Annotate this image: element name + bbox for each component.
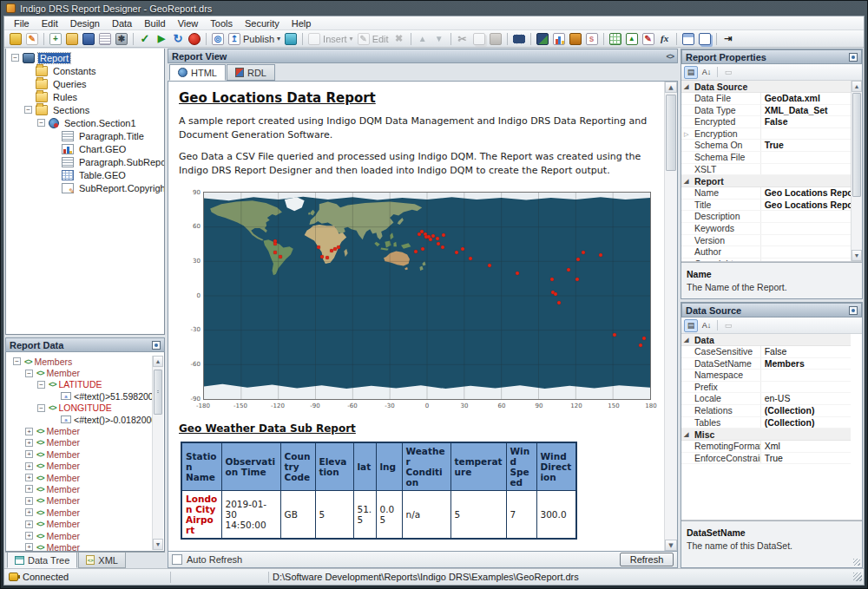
tree-item-chart-geo[interactable]: Chart.GEO xyxy=(6,142,164,155)
publish-button[interactable]: Publish▾ xyxy=(227,32,282,46)
expander-icon[interactable]: + xyxy=(25,439,33,447)
xml-node-member[interactable]: +<>Member xyxy=(6,461,164,472)
property-row-locale[interactable]: Localeen-US xyxy=(681,393,851,405)
paste-button[interactable] xyxy=(488,32,503,46)
property-row-name[interactable]: NameGeo Locations Report xyxy=(681,187,851,200)
xml-node-member[interactable]: +<>Member xyxy=(6,425,164,436)
refresh-button[interactable] xyxy=(170,32,186,46)
xml-node-member[interactable]: +<>Member xyxy=(6,530,164,541)
property-row-schema-on[interactable]: Schema OnTrue xyxy=(681,140,851,152)
edit-report-button[interactable] xyxy=(24,32,40,46)
validate-button[interactable] xyxy=(137,32,153,46)
tab-html[interactable]: HTML xyxy=(169,64,226,81)
expander-icon[interactable]: + xyxy=(25,520,33,528)
auto-refresh-checkbox[interactable] xyxy=(172,554,182,565)
print-preview-button[interactable] xyxy=(210,32,226,46)
refresh-button[interactable]: Refresh xyxy=(620,553,674,566)
menu-design[interactable]: Design xyxy=(64,17,106,29)
xml-node-member[interactable]: +<>Member xyxy=(6,483,164,494)
property-pages-icon[interactable]: ▭ xyxy=(721,319,735,332)
scroll-up-icon[interactable]: ▲ xyxy=(665,82,677,93)
expander-icon[interactable] xyxy=(24,67,32,75)
xml-node-member[interactable]: +<>Member xyxy=(6,437,164,448)
menu-view[interactable]: View xyxy=(172,17,205,29)
categorized-icon[interactable]: ▤ xyxy=(684,319,698,332)
property-row-casesensitive[interactable]: CaseSensitiveFalse xyxy=(681,346,851,358)
sort-az-icon[interactable]: A↓ xyxy=(700,319,713,332)
edit-script-button[interactable] xyxy=(641,32,656,46)
property-row-encrypted[interactable]: EncryptedFalse xyxy=(681,116,851,128)
run-button[interactable] xyxy=(154,32,169,46)
collapse-panel-icon[interactable]: <> xyxy=(666,52,674,61)
title-bar[interactable]: Indigo DRS Report Designer - GeoReport.d… xyxy=(1,1,867,16)
functions-button[interactable] xyxy=(657,32,673,46)
tree-item-report[interactable]: −Report xyxy=(6,51,164,64)
menu-data[interactable]: Data xyxy=(106,17,138,29)
xml-node-text[interactable]: a<#text()>-0.0182000 xyxy=(6,414,164,425)
menu-tools[interactable]: Tools xyxy=(204,17,239,29)
property-row-datasetname[interactable]: DataSetNameMembers xyxy=(681,358,851,370)
move-down-button[interactable] xyxy=(431,32,447,46)
property-row-enforceconstraints[interactable]: EnforceConstraintsTrue xyxy=(681,453,851,465)
property-category[interactable]: Misc xyxy=(681,429,851,441)
property-row-copyright[interactable]: Copyright xyxy=(681,259,851,261)
expander-icon[interactable] xyxy=(50,171,58,179)
report-view-scrollbar[interactable]: ▲ ▼ xyxy=(664,82,677,551)
tree-item-subreport-copyright[interactable]: SubReport.Copyright xyxy=(6,181,164,194)
property-row-encryption[interactable]: ▷Encryption xyxy=(681,128,851,141)
copy-button[interactable] xyxy=(471,32,487,46)
tab-rdl[interactable]: RDL xyxy=(227,64,275,81)
scroll-down-icon[interactable]: ▼ xyxy=(665,540,677,551)
expander-icon[interactable] xyxy=(49,392,57,400)
export-report-button[interactable] xyxy=(283,32,299,46)
xml-node-latitude[interactable]: −<>LATITUDE xyxy=(6,379,164,390)
expander-icon[interactable]: − xyxy=(25,370,33,377)
menu-file[interactable]: File xyxy=(8,17,36,29)
xml-node-member[interactable]: +<>Member xyxy=(6,472,164,483)
scroll-up-icon[interactable]: ▲ xyxy=(852,81,862,92)
cut-button[interactable] xyxy=(455,32,470,46)
expander-icon[interactable]: + xyxy=(25,428,33,435)
new-document-button[interactable] xyxy=(48,32,63,46)
expander-icon[interactable] xyxy=(50,132,58,140)
tree-item-queries[interactable]: Queries xyxy=(6,77,164,90)
property-row-version[interactable]: Version xyxy=(681,235,851,247)
insert-item-button[interactable]: Insert▾ xyxy=(306,32,355,46)
tree-item-paragraph-title[interactable]: Paragraph.Title xyxy=(6,129,164,142)
map-viewer-button[interactable] xyxy=(535,32,550,46)
tree-item-sections[interactable]: −Sections xyxy=(6,103,164,116)
scroll-down-icon[interactable]: ▼ xyxy=(153,539,163,550)
save-button[interactable] xyxy=(81,32,96,46)
scroll-thumb[interactable] xyxy=(154,370,162,415)
property-row-namespace[interactable]: Namespace xyxy=(681,370,851,382)
expander-icon[interactable]: + xyxy=(25,532,33,540)
query-designer-button[interactable] xyxy=(568,32,583,46)
categorized-icon[interactable]: ▤ xyxy=(684,66,698,79)
property-row-data-file[interactable]: Data FileGeoData.xml xyxy=(681,93,851,105)
expander-icon[interactable] xyxy=(50,184,58,192)
expander-icon[interactable] xyxy=(24,80,32,88)
xml-node-members[interactable]: −<>Members xyxy=(6,356,164,367)
menu-security[interactable]: Security xyxy=(239,17,286,29)
delete-item-button[interactable] xyxy=(391,32,407,46)
edit-item-button[interactable]: Edit xyxy=(356,32,391,46)
menu-edit[interactable]: Edit xyxy=(36,17,64,29)
script-editor-button[interactable] xyxy=(584,32,600,46)
expander-icon[interactable]: + xyxy=(25,474,33,481)
scroll-thumb[interactable] xyxy=(852,93,861,197)
property-row-title[interactable]: TitleGeo Locations Report xyxy=(681,200,851,212)
resize-grip[interactable] xyxy=(853,573,862,581)
property-row-author[interactable]: Author xyxy=(681,246,851,259)
expander-icon[interactable] xyxy=(50,145,58,153)
stop-button[interactable] xyxy=(187,32,202,46)
property-pages-icon[interactable]: ▭ xyxy=(721,66,735,79)
tree-item-table-geo[interactable]: Table.GEO xyxy=(6,168,164,181)
xml-node-member[interactable]: +<>Member xyxy=(6,541,164,552)
tab-xml[interactable]: <> XML xyxy=(78,553,126,568)
report-settings-button[interactable] xyxy=(114,32,129,46)
xml-node-member[interactable]: +<>Member xyxy=(6,507,164,518)
expander-icon[interactable]: + xyxy=(25,485,33,493)
table-export-button[interactable] xyxy=(608,32,623,46)
find-button[interactable] xyxy=(511,32,527,46)
resize-grip[interactable] xyxy=(853,559,860,566)
